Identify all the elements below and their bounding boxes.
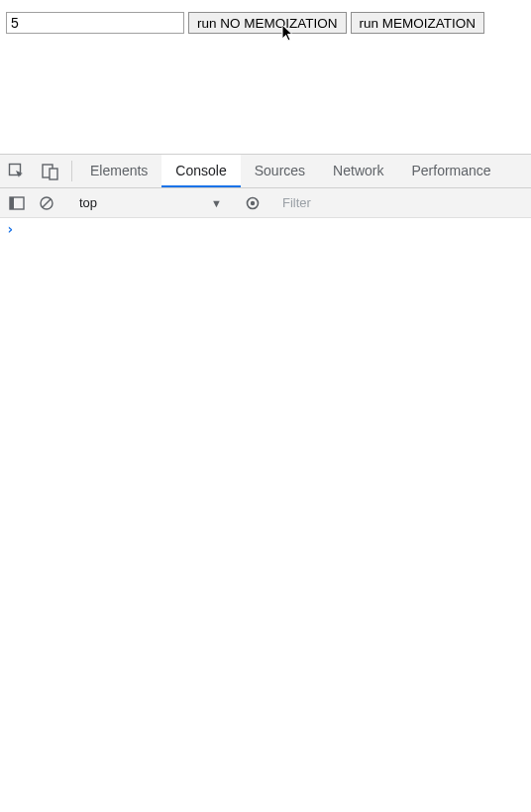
- tab-performance[interactable]: Performance: [397, 155, 504, 187]
- controls-row: run NO MEMOIZATION run MEMOIZATION: [6, 12, 525, 34]
- devtools-tabstrip: Elements Console Sources Network Perform…: [0, 155, 531, 188]
- number-input[interactable]: [6, 12, 184, 34]
- page-content: run NO MEMOIZATION run MEMOIZATION: [0, 0, 531, 154]
- divider: [71, 161, 72, 181]
- tab-label: Sources: [255, 163, 305, 178]
- chevron-down-icon: ▼: [211, 197, 222, 209]
- console-output[interactable]: ›: [0, 218, 531, 812]
- run-memoization-button[interactable]: run MEMOIZATION: [351, 12, 485, 34]
- svg-rect-2: [50, 169, 57, 179]
- tab-elements[interactable]: Elements: [76, 155, 161, 187]
- tab-label: Performance: [411, 163, 490, 178]
- svg-rect-4: [10, 197, 14, 209]
- devtools-panel: Elements Console Sources Network Perform…: [0, 154, 531, 812]
- inspect-element-icon[interactable]: [0, 155, 34, 187]
- svg-line-6: [43, 199, 51, 207]
- device-toolbar-icon[interactable]: [34, 155, 67, 187]
- console-toolbar: top ▼: [0, 188, 531, 218]
- tab-network[interactable]: Network: [319, 155, 397, 187]
- tab-console[interactable]: Console: [161, 155, 240, 187]
- console-filter-input[interactable]: [276, 192, 531, 214]
- tab-label: Elements: [90, 163, 148, 178]
- toggle-console-sidebar-icon[interactable]: [2, 195, 32, 211]
- tab-sources[interactable]: Sources: [241, 155, 319, 187]
- tab-label: Console: [175, 163, 226, 178]
- live-expression-icon[interactable]: [238, 194, 267, 212]
- run-no-memoization-button[interactable]: run NO MEMOIZATION: [188, 12, 347, 34]
- console-prompt-caret-icon: ›: [6, 221, 14, 237]
- svg-point-8: [251, 200, 255, 204]
- execution-context-select[interactable]: top ▼: [70, 192, 229, 214]
- clear-console-icon[interactable]: [32, 195, 61, 211]
- context-selected-label: top: [79, 195, 97, 210]
- tab-label: Network: [333, 163, 383, 178]
